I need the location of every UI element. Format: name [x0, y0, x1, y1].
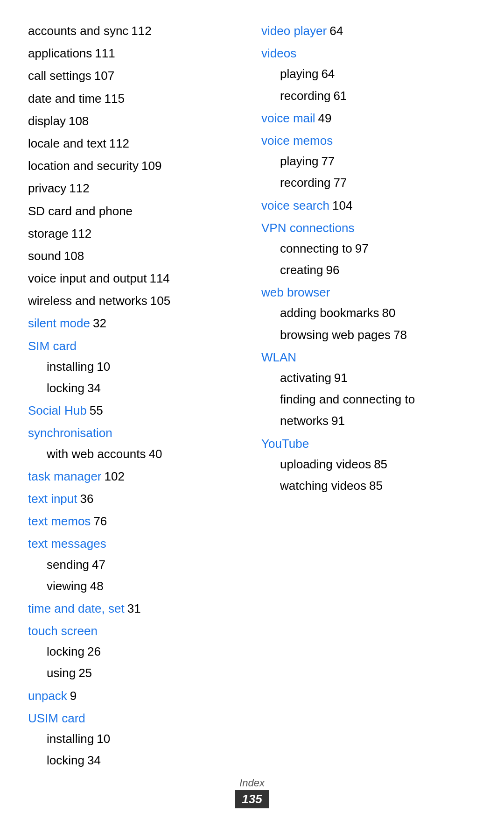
- page-content: accounts and sync112applications111call …: [28, 19, 476, 771]
- sub-entry-number: 96: [326, 260, 340, 280]
- entry-number: 32: [93, 313, 106, 333]
- entry-label: unpack: [28, 686, 67, 706]
- sub-entry-label: installing: [47, 728, 94, 749]
- entry-label: task manager: [28, 466, 102, 487]
- entry-number: 104: [332, 195, 352, 216]
- sub-entry-number: 85: [369, 475, 383, 496]
- sub-list-item: browsing web pages78: [261, 325, 476, 345]
- list-item: unpack9: [28, 686, 243, 706]
- sub-list-item: finding and connecting to: [261, 389, 476, 410]
- entry-label: synchronisation: [28, 423, 112, 443]
- sub-entry-number: 10: [97, 728, 110, 749]
- sub-list-item: networks91: [261, 410, 476, 431]
- sub-entry-number: 78: [393, 325, 407, 345]
- list-item: USIM cardinstalling10locking34: [28, 708, 243, 771]
- entry-number: 108: [64, 246, 84, 266]
- sub-list-item: locking34: [28, 378, 243, 398]
- sub-entry-label: finding and connecting to: [280, 389, 415, 410]
- sub-list-item: with web accounts40: [28, 444, 243, 464]
- sub-entry-number: 25: [78, 663, 92, 683]
- list-item: SD card and phone: [28, 201, 243, 221]
- entry-label: accounts and sync: [28, 21, 128, 41]
- entry-label: display: [28, 111, 66, 131]
- footer-label: Index: [0, 777, 504, 789]
- entry-label: voice memos: [261, 130, 333, 151]
- entry-number: 111: [95, 43, 115, 64]
- sub-entry-number: 26: [87, 641, 101, 662]
- entry-label: date and time: [28, 88, 102, 109]
- sub-entry-label: recording: [280, 172, 330, 193]
- sub-list-item: locking34: [28, 750, 243, 770]
- entry-label: web browser: [261, 282, 330, 303]
- sub-entry-label: playing: [280, 151, 318, 171]
- sub-entry-number: 80: [382, 303, 395, 323]
- entry-label: sound: [28, 246, 61, 266]
- entry-label: applications: [28, 43, 92, 64]
- list-item: voice mail49: [261, 108, 476, 128]
- entry-number: 112: [131, 21, 151, 41]
- entry-label: wireless and networks: [28, 290, 147, 311]
- sub-entry-number: 64: [321, 64, 335, 84]
- sub-entry-number: 34: [87, 378, 101, 398]
- list-item: touch screenlocking26using25: [28, 621, 243, 684]
- list-item: storage112: [28, 223, 243, 244]
- right-column: video player64videosplaying64recording61…: [252, 19, 476, 771]
- entry-label: time and date, set: [28, 598, 125, 619]
- entry-number: 9: [70, 686, 77, 706]
- entry-number: 31: [127, 598, 141, 619]
- sub-entry-number: 61: [333, 85, 347, 106]
- sub-entry-label: viewing: [47, 576, 87, 596]
- list-item: video player64: [261, 21, 476, 41]
- entry-number: 114: [149, 268, 169, 289]
- entry-number: 102: [105, 466, 125, 487]
- sub-entry-number: 77: [333, 172, 347, 193]
- sub-entry-number: 97: [355, 238, 369, 259]
- sub-list-item: viewing48: [28, 576, 243, 596]
- entry-number: 108: [69, 111, 89, 131]
- entry-label: locale and text: [28, 133, 106, 154]
- sub-entry-label: creating: [280, 260, 323, 280]
- left-column: accounts and sync112applications111call …: [28, 19, 252, 771]
- list-item: YouTubeuploading videos85watching videos…: [261, 433, 476, 496]
- sub-list-item: playing77: [261, 151, 476, 171]
- entry-number: 49: [318, 108, 332, 128]
- list-item: accounts and sync112: [28, 21, 243, 41]
- list-item: wireless and networks105: [28, 290, 243, 311]
- list-item: text memos76: [28, 511, 243, 531]
- entry-label: voice search: [261, 195, 329, 216]
- sub-entry-label: locking: [47, 750, 84, 770]
- entry-label: text input: [28, 488, 77, 509]
- sub-entry-label: networks: [280, 410, 329, 431]
- list-item: synchronisationwith web accounts40: [28, 423, 243, 464]
- sub-list-item: installing10: [28, 356, 243, 377]
- sub-entry-label: browsing web pages: [280, 325, 391, 345]
- list-item: videosplaying64recording61: [261, 43, 476, 106]
- sub-list-item: installing10: [28, 728, 243, 749]
- list-item: task manager102: [28, 466, 243, 487]
- sub-list-item: connecting to97: [261, 238, 476, 259]
- list-item: privacy112: [28, 178, 243, 198]
- list-item: web browseradding bookmarks80browsing we…: [261, 282, 476, 345]
- list-item: sound108: [28, 246, 243, 266]
- list-item: text messagessending47viewing48: [28, 533, 243, 596]
- sub-entry-number: 91: [334, 368, 348, 388]
- entry-label: WLAN: [261, 347, 296, 368]
- entry-number: 76: [93, 511, 107, 531]
- sub-entry-number: 40: [148, 444, 162, 464]
- entry-label: silent mode: [28, 313, 90, 333]
- sub-list-item: recording77: [261, 172, 476, 193]
- entry-label: voice mail: [261, 108, 315, 128]
- list-item: call settings107: [28, 65, 243, 86]
- sub-entry-number: 77: [321, 151, 335, 171]
- entry-label: SIM card: [28, 336, 77, 356]
- sub-entry-label: sending: [47, 554, 89, 575]
- sub-entry-label: with web accounts: [47, 444, 146, 464]
- entry-label: videos: [261, 43, 296, 64]
- entry-label: VPN connections: [261, 218, 354, 238]
- entry-number: 105: [150, 290, 170, 311]
- entry-number: 36: [80, 488, 94, 509]
- page-footer: Index 135: [0, 777, 504, 808]
- sub-entry-label: locking: [47, 641, 84, 662]
- list-item: SIM cardinstalling10locking34: [28, 336, 243, 399]
- list-item: voice input and output114: [28, 268, 243, 289]
